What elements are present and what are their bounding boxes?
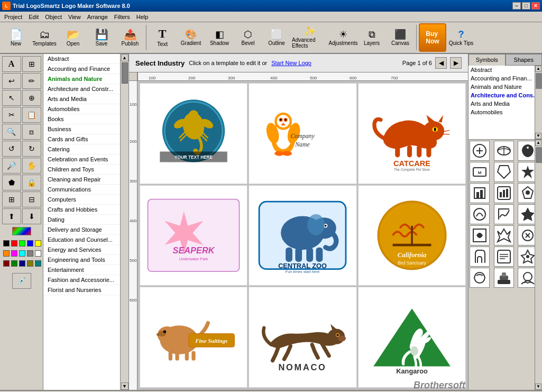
right-cat-automobiles[interactable]: Automobiles: [468, 108, 542, 116]
next-page-button[interactable]: ▶: [450, 57, 462, 69]
cat-communications[interactable]: Communications: [43, 185, 120, 195]
cat-engineering[interactable]: Engineering and Tools: [43, 255, 120, 265]
cat-accounting[interactable]: Accounting and Finance: [43, 64, 120, 74]
logo-cell-7[interactable]: Fine Suitings: [140, 287, 247, 388]
cat-florist[interactable]: Florist and Nurseries: [43, 285, 120, 295]
sym-cell-13[interactable]: [470, 225, 490, 245]
cat-children[interactable]: Children and Toys: [43, 165, 120, 175]
start-new-logo-link[interactable]: Start New Logo: [271, 60, 311, 66]
logo-cell-3[interactable]: CATCARE The Complete Pet Store: [358, 83, 466, 184]
menu-arrange[interactable]: Arrange: [84, 13, 111, 21]
menu-help[interactable]: Help: [133, 13, 152, 21]
cat-energy[interactable]: Energy and Services: [43, 245, 120, 255]
logo-cell-6[interactable]: California Bird Sanctuary: [358, 185, 466, 286]
rotate-tool[interactable]: ↺: [2, 141, 21, 157]
category-scrollbar[interactable]: ▲ ▼: [120, 54, 128, 390]
cat-business[interactable]: Business: [43, 124, 120, 134]
window-controls[interactable]: − □ ✕: [512, 2, 540, 10]
gradient-button[interactable]: 🎨 Gradient: [177, 23, 205, 52]
cat-architecture[interactable]: Architecture and Constr...: [43, 84, 120, 94]
sym-cell-11[interactable]: [494, 204, 514, 224]
symbol-grid-scrollbar[interactable]: ▲ ▼: [535, 140, 542, 390]
copy-tool[interactable]: ⊕: [22, 90, 41, 106]
move-up-tool[interactable]: ⬆: [2, 208, 21, 224]
save-button[interactable]: 💾 Save: [88, 23, 115, 52]
move-down-tool[interactable]: ⬇: [22, 208, 41, 224]
text-button[interactable]: T Text: [149, 23, 176, 52]
logo-cell-9[interactable]: Kangaroo: [358, 287, 466, 388]
cat-dating[interactable]: Dating: [43, 215, 120, 225]
open-button[interactable]: 📂 Open: [59, 23, 87, 52]
group-tool[interactable]: ⊞: [2, 192, 21, 207]
cat-delivery[interactable]: Delivery and Storage: [43, 225, 120, 235]
layers-button[interactable]: ⧉ Layers: [358, 23, 385, 52]
undo-tool[interactable]: ↩: [2, 73, 21, 89]
advanced-effects-button[interactable]: ✨ Advanced Effects: [291, 23, 328, 52]
symbols-tab[interactable]: Symbols: [468, 54, 506, 66]
mini-color-palette[interactable]: [2, 239, 41, 271]
bevel-button[interactable]: ⬡ Bevel: [234, 23, 262, 52]
logo-cell-8[interactable]: NOMACO: [249, 287, 356, 388]
sym-cell-8[interactable]: [494, 183, 514, 203]
layer-tool[interactable]: ⧈: [22, 124, 41, 140]
scroll-up-btn[interactable]: ▲: [121, 54, 128, 61]
lock-tool[interactable]: 🔒: [22, 175, 41, 190]
menu-view[interactable]: View: [65, 13, 84, 21]
paste-tool[interactable]: 📋: [22, 107, 41, 123]
sym-cell-16[interactable]: [470, 247, 490, 267]
cat-entertainment[interactable]: Entertainment: [43, 265, 120, 275]
logo-cell-5[interactable]: CENTRAL ZOO Fun times start here: [249, 185, 356, 286]
grid-tool[interactable]: ⊟: [22, 192, 41, 207]
prev-page-button[interactable]: ◀: [435, 57, 447, 69]
cat-crafts[interactable]: Crafts and Hobbies: [43, 205, 120, 215]
logo-cell-2[interactable]: Company Name: [249, 83, 356, 184]
menu-filters[interactable]: Filters: [111, 13, 133, 21]
templates-button[interactable]: 🗂 Templates: [31, 23, 58, 52]
publish-button[interactable]: 📤 Publish: [116, 23, 144, 52]
cat-catering[interactable]: Catering: [43, 144, 120, 154]
sym-cell-10[interactable]: [470, 204, 490, 224]
canvas-button[interactable]: ⬛ Canvas: [387, 23, 414, 52]
shape-tool[interactable]: ⬟: [2, 175, 21, 190]
right-cat-accounting[interactable]: Accounting and Finan...: [468, 74, 542, 83]
select-tool[interactable]: ⊞: [22, 56, 41, 72]
eyedropper-tool[interactable]: 💉: [12, 273, 31, 289]
paint-bucket-tool[interactable]: [2, 226, 41, 236]
sym-cell-19[interactable]: [470, 268, 490, 288]
scroll-down-btn[interactable]: ▼: [121, 382, 128, 390]
sym-cell-14[interactable]: [494, 225, 514, 245]
cat-cards[interactable]: Cards and Gifts: [43, 134, 120, 144]
right-cat-animals[interactable]: Animals and Nature: [468, 83, 542, 91]
new-button[interactable]: 📄 New: [2, 23, 30, 52]
close-btn[interactable]: ✕: [531, 2, 540, 10]
cat-computers[interactable]: Computers: [43, 195, 120, 205]
right-cat-architecture[interactable]: Architecture and Cons...: [468, 91, 542, 99]
type-tool[interactable]: A: [2, 56, 21, 72]
cat-cleaning[interactable]: Cleaning and Repair: [43, 175, 120, 185]
sym-cell-4[interactable]: M: [470, 162, 490, 182]
right-cat-abstract[interactable]: Abstract: [468, 66, 542, 74]
arrow-tool[interactable]: ↖: [2, 90, 21, 106]
sym-cell-17[interactable]: [494, 247, 514, 267]
pen-tool[interactable]: ✏: [22, 73, 41, 89]
maximize-btn[interactable]: □: [522, 2, 530, 10]
menu-edit[interactable]: Edit: [25, 13, 42, 21]
menu-project[interactable]: Project: [1, 13, 25, 21]
hand-tool[interactable]: ✋: [22, 158, 41, 174]
sym-cell-20[interactable]: [494, 268, 514, 288]
quick-tips-button[interactable]: ? Quick Tips: [447, 23, 475, 52]
right-list-scrollbar[interactable]: ▲ ▼: [535, 66, 542, 139]
cut-tool[interactable]: ✂: [2, 107, 21, 123]
adjustments-button[interactable]: ☀ Adjustments: [329, 23, 357, 52]
shapes-tab[interactable]: Shapes: [506, 54, 543, 66]
cat-automobiles[interactable]: Automobiles: [43, 104, 120, 114]
cat-books[interactable]: Books: [43, 114, 120, 124]
cat-celebration[interactable]: Celebration and Events: [43, 154, 120, 165]
sym-cell-7[interactable]: [470, 183, 490, 203]
sym-cell-5[interactable]: [494, 162, 514, 182]
cat-arts[interactable]: Arts and Media: [43, 94, 120, 104]
right-cat-arts[interactable]: Arts and Media: [468, 99, 542, 108]
logo-cell-1[interactable]: YOUR TEXT HERE: [140, 83, 247, 184]
zoom-in-tool[interactable]: 🔍: [2, 124, 21, 140]
sym-cell-1[interactable]: [470, 141, 490, 161]
